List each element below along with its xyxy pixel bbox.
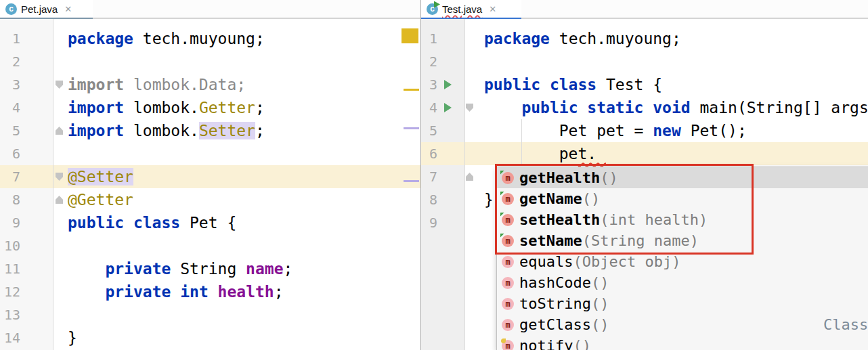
code-token [209,283,218,301]
code-token: lombok. [124,99,199,116]
line-number: 1 [0,27,20,50]
code-line[interactable]: 10 [0,234,420,257]
gutter-separator [53,19,53,350]
code-line[interactable]: 2 [421,50,868,73]
method-icon-letter: m [505,342,510,350]
inspection-indicator[interactable] [402,28,418,43]
line-number: 7 [0,165,20,188]
method-icon-letter: m [505,300,510,308]
code-text: } [68,326,77,349]
code-token [68,260,105,278]
code-token: Pet(); [681,122,747,139]
code-text: import lombok.Data; [68,73,246,96]
code-line[interactable]: 9public class Pet { [0,211,420,234]
code-token: private [105,283,171,301]
code-line[interactable]: 3public class Test { [421,73,868,96]
code-token: main(String[] args [691,99,868,116]
code-token: ; [255,99,265,116]
method-icon-letter: m [505,258,510,266]
code-token: private [105,260,171,278]
completion-item[interactable]: mnotify() [497,335,868,350]
code-token: tech.muyoung; [133,30,265,47]
code-token: package [68,30,133,47]
code-token: lombok.Data; [124,76,246,93]
line-number: 9 [421,211,437,234]
code-token: name [246,260,283,278]
completion-item[interactable]: mhashCode() [497,272,868,293]
code-line[interactable]: 12 private int health; [0,280,420,303]
fold-icon[interactable] [56,173,63,181]
code-line[interactable]: 4import lombok.Getter; [0,96,420,119]
fold-icon[interactable] [466,104,473,112]
error-token: t. [578,145,606,162]
code-token: @Getter [68,191,133,209]
code-line[interactable]: 5 Pet pet = new Pet(); [421,119,868,142]
code-line[interactable]: 1package tech.muyoung; [0,27,420,50]
code-line[interactable]: 7@Setter [0,165,420,188]
editor-test-java[interactable]: 1package tech.muyoung;23public class Tes… [421,19,868,350]
run-icon[interactable] [444,80,452,89]
completion-item[interactable]: mtoString() [497,293,868,314]
run-icon[interactable] [444,103,452,112]
code-line[interactable]: 6 [0,142,420,165]
editor-pet-java[interactable]: 1package tech.muyoung;23import lombok.Da… [0,19,420,350]
code-line[interactable]: 11 private String name; [0,257,420,280]
scrollbar-mark[interactable] [404,89,419,91]
line-number: 8 [0,188,20,211]
code-text: @Setter [68,165,133,188]
completion-method-params: () [591,316,609,333]
completion-method-name: equals [519,253,573,270]
line-number: 11 [0,257,20,280]
code-text: private String name; [68,257,292,280]
code-text: package tech.muyoung; [484,27,681,50]
editor-pane-test: c Test.java ✕ 1package tech.muyoung;23pu… [421,0,868,350]
code-token: Pet pet = [484,122,653,139]
completion-method-name: toString [519,295,591,312]
fold-icon[interactable] [466,173,473,181]
code-token: pe [484,145,578,162]
code-line[interactable]: 13 [0,303,420,326]
code-line[interactable]: 2 [0,50,420,73]
close-icon[interactable]: ✕ [489,4,496,14]
code-token: lombok. [124,122,199,139]
scrollbar-mark[interactable] [404,127,419,129]
code-token: Test { [596,76,662,93]
line-number: 12 [0,280,20,303]
code-line[interactable]: 5import lombok.Setter; [0,119,420,142]
code-token: @Setter [68,168,133,185]
code-line[interactable]: 3import lombok.Data; [0,73,420,96]
fold-icon[interactable] [56,196,63,204]
completion-item[interactable]: mgetClass()Class< [497,314,868,335]
code-token: } [68,329,77,347]
scrollbar-mark[interactable] [404,180,419,182]
code-line[interactable]: 14} [0,326,420,349]
code-token: import [68,122,124,139]
code-line[interactable]: 6 pet. [421,142,868,165]
tab-pet-java[interactable]: c Pet.java ✕ [0,0,93,19]
code-line[interactable]: 4 public static void main(String[] args [421,96,868,119]
code-token [484,99,521,116]
code-line[interactable]: 8@Getter [0,188,420,211]
code-line[interactable]: 1package tech.muyoung; [421,27,868,50]
code-token: ; [274,283,284,301]
close-icon[interactable]: ✕ [64,4,72,14]
fold-icon[interactable] [56,81,63,89]
tab-title: Test.java [442,3,482,15]
code-text: Pet pet = new Pet(); [484,119,747,142]
method-icon: m [502,298,514,310]
code-token: Pet { [180,214,236,232]
code-text: pet. [484,142,606,165]
code-text: package tech.muyoung; [68,27,265,50]
code-token: import [68,76,124,93]
tab-title: Pet.java [21,3,58,15]
line-number: 2 [421,50,437,73]
line-number: 6 [421,142,437,165]
fold-icon[interactable] [56,127,63,135]
code-token: Getter [199,99,255,116]
line-number: 4 [0,96,20,119]
line-number: 9 [0,211,20,234]
annotation-highlight-box [495,164,754,255]
class-icon-letter: c [430,5,435,13]
tab-test-java[interactable]: c Test.java ✕ [421,0,521,19]
method-icon: m [502,256,514,268]
